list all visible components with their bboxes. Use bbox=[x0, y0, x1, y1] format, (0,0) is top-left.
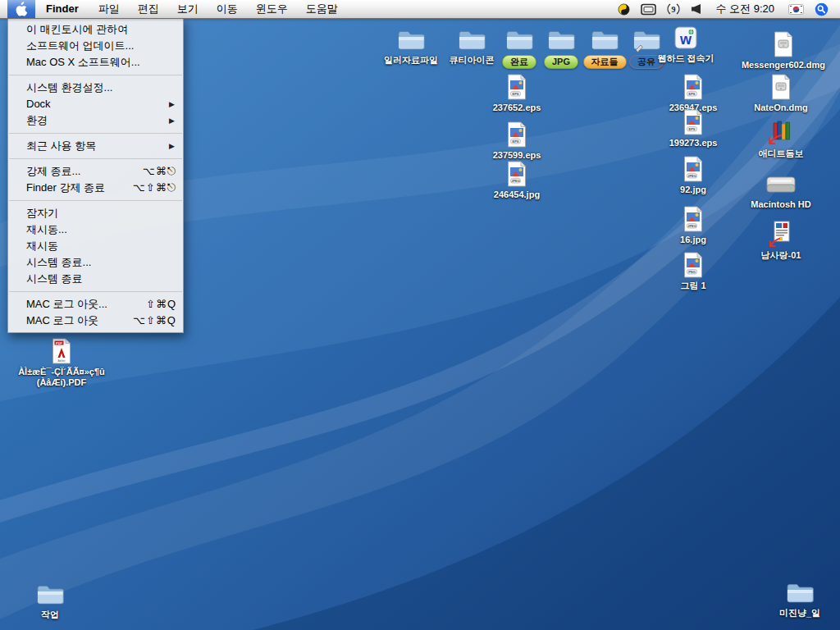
apple-menu-item-restart-dialog[interactable]: 재시동... bbox=[8, 221, 183, 238]
svg-text:PNG: PNG bbox=[688, 270, 696, 274]
apple-menu-item-shutdown-dialog[interactable]: 시스템 종료... bbox=[8, 254, 183, 271]
folder-icon bbox=[35, 579, 65, 607]
apple-menu-item-force-quit[interactable]: 강제 종료...⌥⌘⎋ bbox=[8, 163, 183, 180]
icon-label: Messenger602.dmg bbox=[742, 60, 825, 71]
apple-menu-item-about-this-mac[interactable]: 이 매킨토시에 관하여 bbox=[8, 21, 183, 38]
menubar-clock[interactable]: 수 오전 9:20 bbox=[715, 2, 774, 16]
apple-menu-item-macosx-software[interactable]: Mac OS X 소프트웨어... bbox=[8, 54, 183, 71]
file-237599-eps[interactable]: EPS237599.eps bbox=[472, 120, 562, 161]
icon-label: NateOn.dmg bbox=[754, 103, 807, 113]
alias-aedit-dombo[interactable]: 애디트돔보 bbox=[736, 118, 826, 159]
spotlight-icon[interactable] bbox=[815, 0, 829, 18]
apple-menu-item-restart[interactable]: 재시동 bbox=[8, 238, 183, 254]
apple-menu-item-logout-dialog[interactable]: MAC 로그 아웃...⇧⌘Q bbox=[8, 296, 183, 313]
menu-item-label: 시스템 환경설정... bbox=[26, 80, 112, 96]
menubar-menu-view[interactable]: 보기 bbox=[168, 0, 208, 18]
menu-item-label: 최근 사용 항목 bbox=[26, 138, 96, 154]
menubar-menu-file[interactable]: 파일 bbox=[89, 0, 129, 18]
hd-icon bbox=[765, 169, 797, 197]
menu-item-label: 시스템 종료... bbox=[26, 254, 91, 271]
volume-macintosh-hd[interactable]: Macintosh HD bbox=[736, 169, 826, 210]
menu-item-label: 재시동 bbox=[26, 238, 58, 254]
menubar-menu-finder[interactable]: Finder bbox=[35, 0, 89, 18]
svg-text:PDF: PDF bbox=[56, 341, 63, 345]
apple-menu-item-sleep[interactable]: 잠자기 bbox=[8, 205, 183, 221]
menubar-menu-window[interactable]: 윈도우 bbox=[247, 0, 297, 18]
apple-menu-item-system-preferences[interactable]: 시스템 환경설정... bbox=[8, 80, 183, 96]
menu-separator bbox=[9, 291, 182, 292]
alias-namsarang-01[interactable]: 남사랑-01 bbox=[736, 220, 826, 261]
apple-menu-item-dock[interactable]: Dock▶ bbox=[8, 96, 183, 112]
folder-icon bbox=[785, 578, 815, 605]
icon-label: 92.jpg bbox=[680, 185, 706, 195]
icon-label: 작업 bbox=[41, 609, 59, 620]
svg-text:9: 9 bbox=[672, 5, 676, 14]
apple-menu-item-recent-items[interactable]: 최근 사용 항목▶ bbox=[8, 138, 183, 154]
menubar-menu-go[interactable]: 이동 bbox=[208, 0, 247, 18]
icon-label: 16.jpg bbox=[680, 235, 706, 245]
menu-item-label: 재시동... bbox=[26, 221, 67, 238]
eps-icon: EPS bbox=[506, 120, 527, 148]
menu-item-label: Finder 강제 종료 bbox=[26, 180, 105, 196]
menu-item-label: MAC 로그 아웃... bbox=[26, 296, 107, 313]
eps-icon: EPS bbox=[682, 107, 704, 135]
folder-work[interactable]: 작업 bbox=[5, 579, 95, 620]
korean-flag-icon[interactable] bbox=[788, 0, 804, 18]
apple-menu-item-software-update[interactable]: 소프트웨어 업데이트... bbox=[8, 38, 183, 54]
display-icon[interactable] bbox=[641, 0, 656, 18]
file-garbled-pdf[interactable]: PDF AdobeÀÌ±æÈ¯-ÇÏ´ÃÃ¤»ç¶û(ÀåÆí).PDF bbox=[16, 336, 107, 388]
app-webhard-connector[interactable]: w 웹하드 접속기 bbox=[641, 23, 731, 64]
menu-item-label: 환경 bbox=[26, 112, 48, 129]
svg-text:EPS: EPS bbox=[512, 92, 518, 96]
menu-item-label: 시스템 종료 bbox=[26, 271, 83, 287]
icon-label: 애디트돔보 bbox=[759, 148, 804, 159]
jpeg-icon: JPEG bbox=[682, 204, 704, 232]
classic-9-icon[interactable]: 9 bbox=[667, 0, 680, 18]
apple-menu-item-location[interactable]: 환경▶ bbox=[8, 112, 183, 129]
icon-label: 237652.eps bbox=[493, 103, 541, 113]
menu-separator bbox=[9, 200, 182, 201]
docalias-icon bbox=[769, 220, 793, 248]
eps-icon: EPS bbox=[682, 72, 704, 100]
icon-label: 199273.eps bbox=[669, 138, 718, 148]
file-picture-1[interactable]: PNG그림 1 bbox=[648, 250, 738, 291]
dmg-nateon[interactable]: NateOn.dmg bbox=[736, 72, 826, 113]
icon-label: 웹하드 접속기 bbox=[657, 53, 714, 64]
pdf-icon: PDF Adobe bbox=[51, 336, 72, 364]
norton-ball-icon[interactable] bbox=[618, 0, 630, 18]
icon-label: 미진냥_일 bbox=[779, 608, 820, 619]
svg-text:EPS: EPS bbox=[688, 127, 695, 131]
submenu-arrow-icon: ▶ bbox=[169, 112, 176, 129]
menubar-status-area: 9 수 오전 9:20 bbox=[618, 0, 840, 18]
dmg-messenger602[interactable]: Messenger602.dmg bbox=[738, 30, 829, 71]
svg-text:EPS: EPS bbox=[688, 92, 695, 96]
apple-menu-button[interactable] bbox=[7, 0, 35, 18]
menu-item-shortcut: ⌥⇧⌘Q bbox=[133, 313, 176, 329]
menubar-menu-edit[interactable]: 편집 bbox=[129, 0, 168, 18]
menubar-menus: Finder파일편집보기이동윈도우도움말 bbox=[35, 0, 347, 18]
file-92-jpg[interactable]: JPEG92.jpg bbox=[648, 154, 738, 195]
file-16-jpg[interactable]: JPEG16.jpg bbox=[648, 204, 738, 245]
menu-item-label: MAC 로그 아웃 bbox=[26, 313, 98, 329]
apple-menu-item-force-quit-finder[interactable]: Finder 강제 종료⌥⇧⌘⎋ bbox=[8, 180, 183, 196]
dmg-icon bbox=[773, 30, 794, 57]
jpeg-icon: JPEG bbox=[506, 159, 527, 187]
menu-item-shortcut: ⌥⇧⌘⎋ bbox=[133, 180, 176, 196]
menubar-menu-help[interactable]: 도움말 bbox=[297, 0, 347, 18]
svg-text:JPEG: JPEG bbox=[687, 224, 696, 228]
file-199273-eps[interactable]: EPS199273.eps bbox=[648, 107, 738, 148]
folder-icon bbox=[396, 25, 426, 52]
submenu-arrow-icon: ▶ bbox=[169, 96, 176, 112]
icon-label: 246454.jpg bbox=[494, 189, 540, 200]
apple-menu-item-logout[interactable]: MAC 로그 아웃⌥⇧⌘Q bbox=[8, 313, 183, 329]
icon-label-line2: (ÀåÆí).PDF bbox=[37, 377, 87, 388]
png-icon: PNG bbox=[682, 250, 704, 278]
volume-icon[interactable] bbox=[691, 0, 701, 18]
apple-menu-item-shutdown[interactable]: 시스템 종료 bbox=[8, 271, 183, 287]
file-246454-jpg[interactable]: JPEG246454.jpg bbox=[472, 159, 562, 200]
webhard-icon: w bbox=[673, 23, 699, 51]
folder-mijinnyang-il[interactable]: 미진냥_일 bbox=[755, 578, 840, 619]
menu-item-label: 이 매킨토시에 관하여 bbox=[26, 21, 128, 38]
desktop[interactable]: { "menubar": { "menus": [ {"name":"finde… bbox=[0, 0, 840, 630]
file-237652-eps[interactable]: EPS237652.eps bbox=[472, 72, 562, 113]
